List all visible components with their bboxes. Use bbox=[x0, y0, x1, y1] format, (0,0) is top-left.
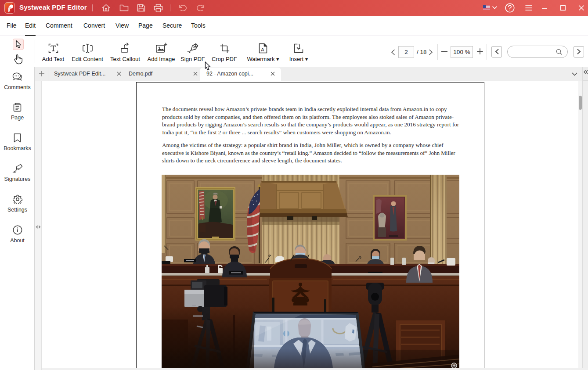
svg-text:A: A bbox=[261, 47, 264, 52]
